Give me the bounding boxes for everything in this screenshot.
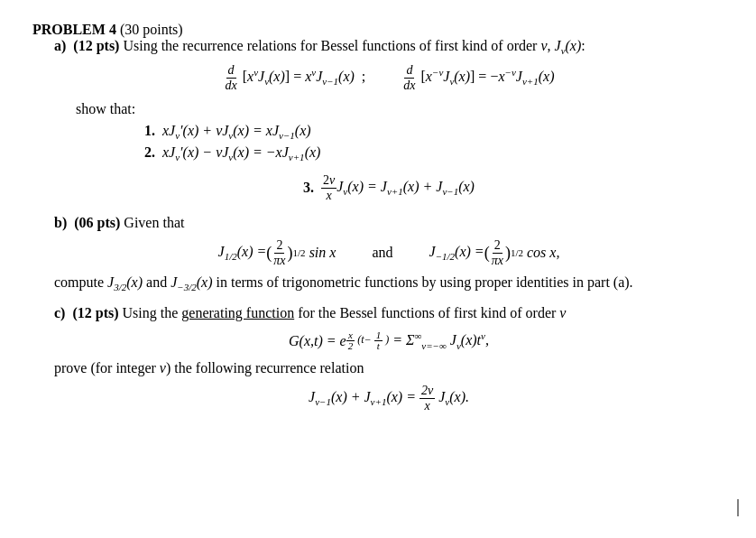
part-b-desc: (06 pts) Given that: [74, 215, 184, 230]
part-b-compute: compute J3/2(x) and J−3/2(x) in terms of…: [54, 274, 724, 292]
and-text: and: [372, 245, 392, 261]
problem-points: (30 points): [120, 22, 183, 37]
part-c-label: c): [54, 305, 69, 320]
item-2: 2. xJν′(x) − νJν(x) = −xJν+1(x): [144, 144, 724, 162]
part-c-desc: (12 pts) Using the generating function f…: [72, 305, 566, 320]
recurrence-formulas: ddx [xνJν(x)] = xνJν−1(x) ; ddx [x−νJν(x…: [54, 63, 724, 92]
generating-function: G(x,t) = e x2 (t− 1t ) = Σ∞ν=−∞ Jν(x)tν,: [54, 330, 724, 351]
j-half: J1/2(x) =: [218, 244, 267, 262]
item-1: 1. xJν′(x) + νJν(x) = xJν−1(x): [144, 123, 724, 141]
part-b-formulas: J1/2(x) = ( 2πx ) 1/2 sin x and J−1/2(x)…: [54, 238, 724, 267]
item-3-row: 3. 2νx Jν(x) = Jν+1(x) + Jν−1(x): [54, 173, 724, 202]
part-a-label: a): [54, 38, 69, 53]
part-b-label: b): [54, 215, 70, 230]
formula-left: ddx [xνJν(x)] = xνJν−1(x) ;: [223, 63, 365, 92]
final-recurrence: Jν−1(x) + Jν+1(x) = 2νx Jν(x).: [54, 384, 724, 413]
show-that-label: show that:: [76, 101, 724, 117]
part-c: c) (12 pts) Using the generating functio…: [54, 305, 724, 413]
problem-number: PROBLEM 4: [32, 22, 116, 37]
formula-right: ddx [x−νJν(x)] = −x−νJν+1(x): [401, 63, 554, 92]
j-neg-half: J−1/2(x) =: [429, 244, 484, 262]
part-c-prove-text: prove (for integer ν) the following recu…: [54, 360, 724, 376]
part-a-desc: (12 pts) Using the recurrence relations …: [73, 38, 585, 53]
page-marker: |: [736, 496, 740, 516]
part-b: b) (06 pts) Given that J1/2(x) = ( 2πx )…: [54, 215, 724, 292]
numbered-list: 1. xJν′(x) + νJν(x) = xJν−1(x) 2. xJν′(x…: [144, 123, 724, 162]
part-a: a) (12 pts) Using the recurrence relatio…: [54, 38, 724, 202]
problem-title: PROBLEM 4 (30 points): [32, 22, 724, 38]
